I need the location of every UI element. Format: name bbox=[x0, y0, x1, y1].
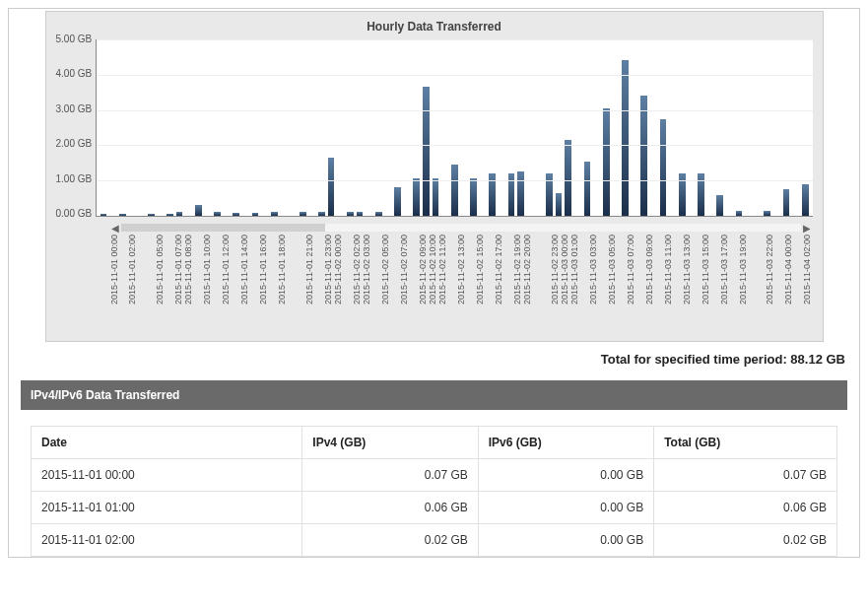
bar-slot bbox=[800, 39, 810, 216]
x-tick: 2015-11-02 23:00 bbox=[550, 235, 560, 333]
bar-slot bbox=[601, 39, 611, 216]
bar bbox=[433, 178, 439, 216]
bar-slot bbox=[572, 39, 582, 216]
bar-slot bbox=[516, 39, 526, 216]
x-tick: 2015-11-02 07:00 bbox=[399, 235, 409, 333]
col-ipv6: IPv6 (GB) bbox=[478, 427, 653, 459]
bar bbox=[736, 211, 743, 216]
chart-title: Hourly Data Transferred bbox=[56, 18, 813, 39]
x-tick: 2015-11-01 12:00 bbox=[221, 235, 231, 333]
gridline bbox=[97, 110, 812, 111]
x-tick bbox=[390, 235, 399, 333]
bar-slot bbox=[697, 39, 706, 216]
table-row: 2015-11-01 01:000.06 GB0.00 GB0.06 GB bbox=[32, 492, 837, 524]
bar-slot bbox=[705, 39, 715, 216]
bar-slot bbox=[506, 39, 516, 216]
bar-slot bbox=[734, 39, 744, 216]
x-axis: 2015-11-01 00:002015-11-01 02:002015-11-… bbox=[109, 235, 813, 333]
x-tick: 2015-11-03 03:00 bbox=[588, 235, 598, 333]
bar-slot bbox=[279, 39, 289, 216]
x-tick bbox=[287, 235, 296, 333]
chart-scrollbar[interactable]: ◀ ▶ bbox=[109, 221, 813, 235]
gridline bbox=[97, 180, 812, 181]
bar-slot bbox=[488, 39, 498, 216]
bar bbox=[622, 60, 629, 216]
bar bbox=[716, 195, 723, 216]
scroll-track[interactable] bbox=[121, 224, 801, 232]
bar-slot bbox=[393, 39, 403, 216]
bar bbox=[556, 193, 563, 216]
scroll-left-icon[interactable]: ◀ bbox=[109, 223, 121, 234]
bar-slot bbox=[99, 39, 108, 216]
bar bbox=[764, 211, 770, 216]
bar-slot bbox=[137, 39, 147, 216]
y-tick: 3.00 GB bbox=[56, 103, 93, 114]
x-tick: 2015-11-03 05:00 bbox=[607, 235, 617, 333]
bar bbox=[603, 108, 610, 216]
x-tick: 2015-11-03 11:00 bbox=[663, 235, 673, 333]
bar bbox=[660, 119, 667, 216]
x-tick: 2015-11-04 02:00 bbox=[802, 235, 812, 333]
col-date: Date bbox=[32, 427, 302, 459]
bar-slot bbox=[554, 39, 564, 216]
page-container: Hourly Data Transferred 5.00 GB4.00 GB3.… bbox=[8, 8, 860, 558]
bar bbox=[176, 212, 183, 216]
bar-slot bbox=[289, 39, 299, 216]
x-tick bbox=[296, 235, 304, 333]
bar-slot bbox=[269, 39, 279, 216]
scroll-right-icon[interactable]: ▶ bbox=[801, 223, 813, 234]
x-tick: 2015-11-03 07:00 bbox=[626, 235, 635, 333]
plot-area bbox=[96, 39, 812, 217]
data-table: Date IPv4 (GB) IPv6 (GB) Total (GB) 2015… bbox=[31, 426, 837, 557]
scroll-thumb[interactable] bbox=[121, 224, 325, 232]
cell-total: 0.06 GB bbox=[654, 492, 837, 524]
x-tick bbox=[654, 235, 663, 333]
bar-slot bbox=[298, 39, 307, 216]
x-tick: 2015-11-03 13:00 bbox=[682, 235, 692, 333]
bar bbox=[640, 96, 647, 216]
x-tick: 2015-11-03 09:00 bbox=[644, 235, 654, 333]
bar bbox=[413, 178, 420, 216]
x-tick: 2015-11-03 01:00 bbox=[569, 235, 579, 333]
x-tick: 2015-11-01 18:00 bbox=[277, 235, 287, 333]
x-tick: 2015-11-01 21:00 bbox=[304, 235, 314, 333]
bar bbox=[328, 158, 335, 216]
plot-wrap: 5.00 GB4.00 GB3.00 GB2.00 GB1.00 GB0.00 … bbox=[56, 39, 813, 219]
bar-slot bbox=[241, 39, 251, 216]
bar-slot bbox=[791, 39, 801, 216]
bar-slot bbox=[630, 39, 639, 216]
bar bbox=[318, 212, 325, 216]
x-tick: 2015-11-03 19:00 bbox=[738, 235, 748, 333]
bar-slot bbox=[307, 39, 317, 216]
x-tick bbox=[447, 235, 456, 333]
bar bbox=[195, 205, 202, 216]
x-tick bbox=[635, 235, 644, 333]
bar-slot bbox=[724, 39, 734, 216]
x-tick bbox=[231, 235, 239, 333]
cell-ipv6: 0.00 GB bbox=[478, 524, 653, 557]
table-section-title: IPv4/IPv6 Data Transferred bbox=[21, 380, 847, 410]
x-tick: 2015-11-03 15:00 bbox=[701, 235, 710, 333]
bar bbox=[802, 184, 809, 216]
cell-date: 2015-11-01 02:00 bbox=[32, 524, 302, 557]
table-panel: IPv4/IPv6 Data Transferred Date IPv4 (GB… bbox=[21, 380, 847, 557]
bar-slot bbox=[648, 39, 658, 216]
x-tick bbox=[314, 235, 323, 333]
x-tick: 2015-11-02 03:00 bbox=[362, 235, 371, 333]
bar-slot bbox=[317, 39, 327, 216]
bar-slot bbox=[203, 39, 213, 216]
x-tick: 2015-11-02 09:00 bbox=[418, 235, 428, 333]
bar-slot bbox=[174, 39, 184, 216]
bar bbox=[167, 214, 173, 216]
x-tick: 2015-11-01 00:00 bbox=[109, 235, 119, 333]
x-tick: 2015-11-02 10:00 bbox=[428, 235, 437, 333]
cell-total: 0.07 GB bbox=[654, 459, 837, 492]
x-tick bbox=[598, 235, 607, 333]
bar bbox=[375, 212, 382, 216]
bar-slot bbox=[431, 39, 440, 216]
x-tick: 2015-11-04 00:00 bbox=[783, 235, 793, 333]
x-tick bbox=[692, 235, 701, 333]
bar-slot bbox=[373, 39, 383, 216]
bar bbox=[783, 189, 790, 216]
x-tick: 2015-11-01 14:00 bbox=[239, 235, 249, 333]
